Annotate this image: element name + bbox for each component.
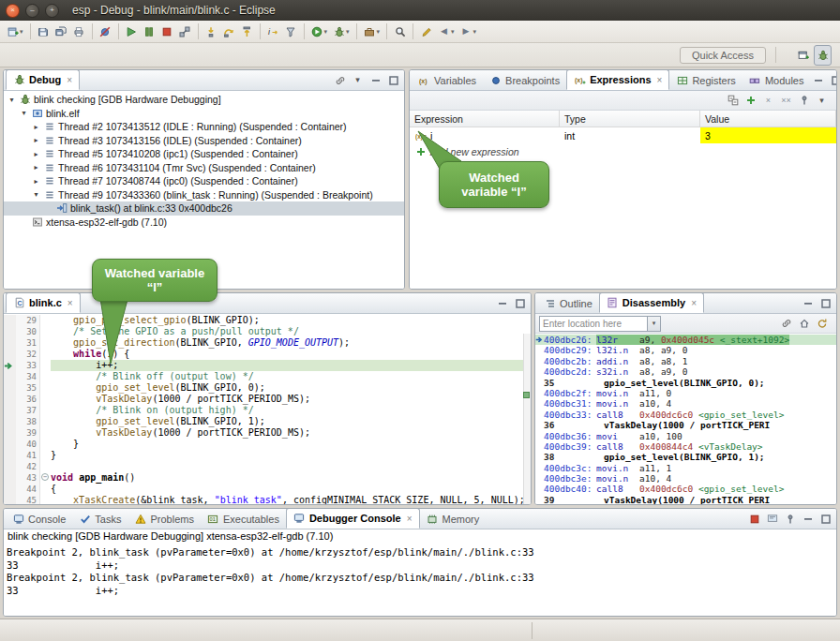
editor-line[interactable]: 36 vTaskDelay(1000 / portTICK_PERIOD_MS)…: [4, 394, 531, 405]
close-tab-icon[interactable]: ×: [68, 298, 73, 308]
editor-annotation-margin[interactable]: [4, 427, 16, 439]
pin-button[interactable]: [782, 511, 798, 527]
expander-icon[interactable]: ▾: [32, 190, 40, 199]
tab-memory[interactable]: Memory: [420, 510, 487, 529]
disconnect-button[interactable]: [177, 22, 193, 41]
add-expression-button[interactable]: [742, 93, 758, 109]
editor-line[interactable]: 44{: [4, 484, 531, 495]
disassembly-instruction[interactable]: 400dbc2d:s32i.na8, a9, 0: [535, 366, 836, 377]
debug-tree-item[interactable]: ▾blink checking [GDB Hardware Debugging]: [4, 93, 404, 107]
editor-line[interactable]: 40 }: [4, 439, 531, 450]
disassembly-instruction[interactable]: 400dbc26:l32ra9, 0x400d045c <_stext+1092…: [535, 335, 836, 345]
window-minimize-button[interactable]: –: [25, 4, 39, 18]
disassembly-instruction[interactable]: 400dbc2f:movi.na11, 0: [535, 388, 836, 398]
maximize-button[interactable]: [818, 295, 833, 311]
dropdown-arrow-icon[interactable]: ▾: [20, 28, 23, 36]
editor-line[interactable]: 34 /* Blink off (output low) */: [4, 371, 531, 382]
column-header-expression[interactable]: Expression: [410, 111, 560, 127]
collapse-fold-icon[interactable]: −: [41, 473, 49, 481]
skip-breakpoints-button[interactable]: [98, 22, 113, 41]
editor-line[interactable]: 35 gpio_set_level(BLINK_GPIO, 0);: [4, 382, 531, 394]
editor-annotation-margin[interactable]: [4, 495, 16, 504]
debug-tree-item[interactable]: ▸Thread #3 1073413156 (IDLE) (Suspended …: [4, 134, 404, 148]
terminate-red-button[interactable]: [746, 511, 762, 527]
run-button[interactable]: ▾: [309, 22, 330, 41]
disassembly-instruction[interactable]: 400dbc2b:addi.na8, a8, 1: [535, 356, 836, 366]
disassembly-source-line[interactable]: 35gpio_set_level(BLINK_GPIO, 0);: [535, 378, 836, 388]
editor-annotation-margin[interactable]: [4, 472, 16, 484]
editor-annotation-margin[interactable]: [4, 394, 16, 405]
expander-icon[interactable]: ▸: [32, 123, 40, 131]
location-dropdown-icon[interactable]: ▾: [647, 317, 660, 331]
debug-tree-item[interactable]: xtensa-esp32-elf-gdb (7.10): [4, 216, 404, 230]
minimize-button[interactable]: [810, 72, 826, 88]
step-into-button[interactable]: [203, 22, 219, 41]
new-wizard-button[interactable]: ▾: [5, 22, 25, 41]
expander-icon[interactable]: ▸: [32, 136, 40, 144]
editor-annotation-margin[interactable]: [4, 326, 16, 337]
collapse-all-button[interactable]: [725, 93, 741, 109]
minimize-button[interactable]: [368, 72, 383, 88]
expander-icon[interactable]: ▸: [32, 163, 40, 171]
debug-tree-item[interactable]: ▸Thread #7 1073408744 (ipc0) (Suspended …: [4, 174, 404, 188]
step-return-button[interactable]: [239, 22, 255, 41]
editor-line[interactable]: 41}: [4, 450, 531, 461]
disassembly-instruction[interactable]: 400dbc31:movi.na10, 4: [535, 398, 836, 409]
code-editor[interactable]: 29 gpio_pad_select_gpio(BLINK_GPIO);30 /…: [4, 314, 531, 504]
debug-tree-item[interactable]: ▾blink.elf: [4, 107, 404, 121]
dropdown-arrow-icon[interactable]: ▾: [346, 28, 350, 36]
quick-access-button[interactable]: Quick Access: [680, 47, 766, 64]
tab-debugger-console[interactable]: Debugger Console×: [286, 508, 420, 529]
dropdown-arrow-icon[interactable]: ▾: [473, 28, 477, 36]
window-maximize-button[interactable]: +: [45, 4, 59, 18]
editor-line[interactable]: 31 gpio_set_direction(BLINK_GPIO, GPIO_M…: [4, 337, 531, 349]
column-header-type[interactable]: Type: [560, 111, 700, 127]
disassembly-instruction[interactable]: 400dbc3c:movi.na11, 1: [535, 463, 836, 473]
resume-button[interactable]: [124, 22, 140, 41]
disassembly-instruction[interactable]: 400dbc39:call80x400844c4 <vTaskDelay>: [535, 441, 836, 452]
editor-line[interactable]: 37 /* Blink on (output high) */: [4, 405, 531, 416]
print-button[interactable]: [71, 22, 87, 41]
editor-annotation-margin[interactable]: [4, 371, 16, 382]
editor-line[interactable]: 39 vTaskDelay(1000 / portTICK_PERIOD_MS)…: [4, 427, 531, 439]
close-tab-icon[interactable]: ×: [67, 75, 72, 85]
debug-tree-item[interactable]: ▸Thread #5 1073410208 (ipc1) (Suspended …: [4, 147, 404, 161]
expander-icon[interactable]: ▸: [32, 150, 40, 158]
tab-executables[interactable]: 01Executables: [201, 510, 286, 529]
editor-annotation-margin[interactable]: [4, 484, 16, 495]
editor-line[interactable]: 43−void app_main(): [4, 472, 531, 484]
disassembly-instruction[interactable]: 400dbc33:call80x400dc6c0 <gpio_set_level…: [535, 410, 836, 420]
view-menu-button[interactable]: ▾: [814, 93, 830, 109]
editor-line[interactable]: 33 i++;: [4, 360, 531, 371]
disassembly-source-line[interactable]: 39vTaskDelay(1000 / portTICK_PERI: [535, 495, 836, 504]
minimize-button[interactable]: [494, 295, 510, 311]
dropdown-arrow-icon[interactable]: ▾: [377, 28, 381, 36]
last-edit-button[interactable]: [418, 22, 434, 41]
tab-debug[interactable]: Debug×: [6, 69, 80, 90]
save-all-button[interactable]: [53, 22, 69, 41]
maximize-button[interactable]: [818, 511, 833, 527]
window-close-button[interactable]: ×: [6, 4, 20, 18]
disassembly-source-line[interactable]: 38gpio_set_level(BLINK_GPIO, 1);: [535, 452, 836, 462]
instruction-pointer-icon[interactable]: [4, 360, 16, 371]
dropdown-arrow-icon[interactable]: ▾: [451, 28, 455, 36]
dropdown-arrow-icon[interactable]: ▾: [324, 28, 328, 36]
expander-icon[interactable]: ▸: [32, 177, 40, 186]
terminate-button[interactable]: [159, 22, 175, 41]
close-tab-icon[interactable]: ×: [407, 514, 412, 524]
maximize-button[interactable]: [828, 72, 837, 88]
forward-button[interactable]: ▶▾: [458, 22, 479, 41]
editor-line[interactable]: 32 while(1) {: [4, 349, 531, 360]
tab-breakpoints[interactable]: Breakpoints: [483, 71, 566, 90]
remove-all-button[interactable]: ××: [778, 93, 794, 109]
external-tools-button[interactable]: ▾: [362, 22, 382, 41]
overview-ruler[interactable]: [523, 334, 531, 504]
debug-perspective-button[interactable]: [814, 45, 832, 66]
refresh-button[interactable]: [814, 316, 830, 332]
save-button[interactable]: [36, 22, 52, 41]
tab-variables[interactable]: (x)Variables: [412, 71, 483, 90]
close-tab-icon[interactable]: ×: [691, 298, 697, 308]
pin-button[interactable]: [796, 93, 812, 109]
maximize-button[interactable]: [512, 295, 528, 311]
disassembly-instruction[interactable]: 400dbc3e:movi.na10, 4: [535, 473, 836, 484]
